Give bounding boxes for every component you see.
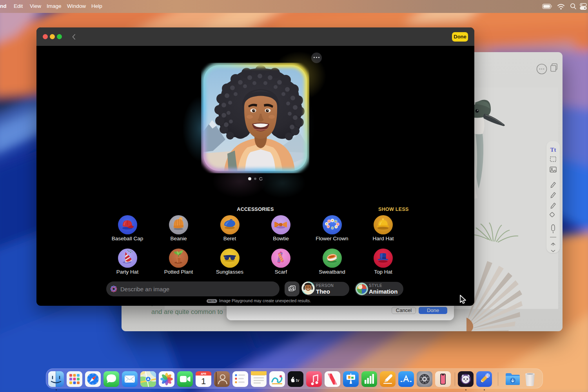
svg-text:1: 1 [201,376,206,386]
svg-text:APR: APR [201,372,206,375]
svg-text:tv: tv [296,378,299,383]
svg-text:Tt: Tt [550,147,556,153]
